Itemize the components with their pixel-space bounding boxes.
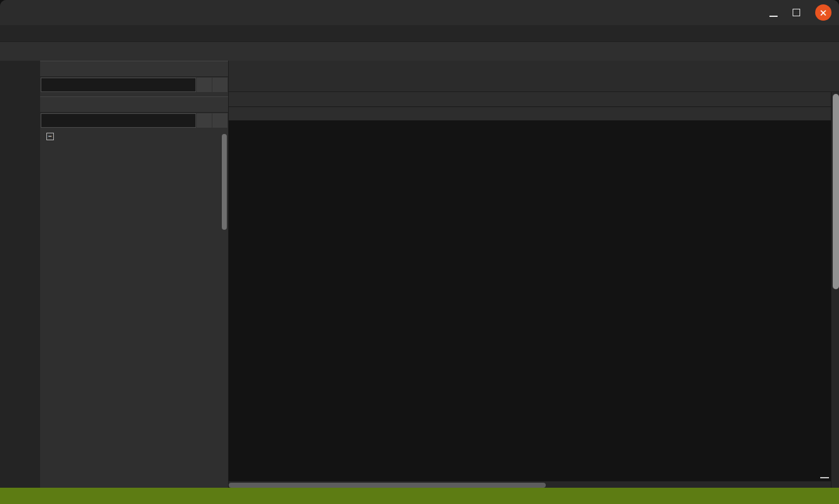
tables-scrollbar[interactable] [222,134,227,228]
minimize-button[interactable] [769,9,778,17]
close-button[interactable]: ✕ [815,4,831,21]
connections-section [40,61,228,96]
connections-add-button[interactable] [197,78,212,92]
tables-add-button[interactable] [197,113,212,128]
horizontal-scrollbar[interactable] [229,481,839,488]
database-tab-groups [229,61,839,72]
collapse-icon[interactable]: − [46,133,54,140]
maximize-button[interactable] [793,9,800,16]
window-controls: ✕ [769,0,831,25]
tables-search-row [40,113,228,128]
main-area: − [0,61,839,488]
selection-summary [820,477,829,478]
toolbar [0,42,839,61]
connections-search-row [40,77,228,93]
grid-body [229,121,839,481]
dbgate-window: ✕ [0,0,839,504]
activity-bar [0,61,40,488]
content-area [229,61,839,488]
tables-group[interactable]: − [40,128,228,145]
connections-refresh-button[interactable] [212,78,227,92]
tables-refresh-button[interactable] [212,113,227,128]
connections-header [40,61,228,77]
titlebar[interactable]: ✕ [0,0,839,25]
tabs-row [229,72,839,92]
tables-search-input[interactable] [41,113,196,128]
grid-header-row [229,92,839,107]
menubar [0,25,839,42]
side-panel: − [40,61,229,488]
statusbar [0,488,839,504]
tables-header [40,96,228,113]
connections-search-input[interactable] [41,78,196,92]
vertical-scrollbar[interactable] [831,92,839,488]
grid-filter-row [229,107,839,121]
toolbar-spacer [0,42,839,61]
data-grid [229,92,839,488]
tables-section: − [40,96,228,488]
